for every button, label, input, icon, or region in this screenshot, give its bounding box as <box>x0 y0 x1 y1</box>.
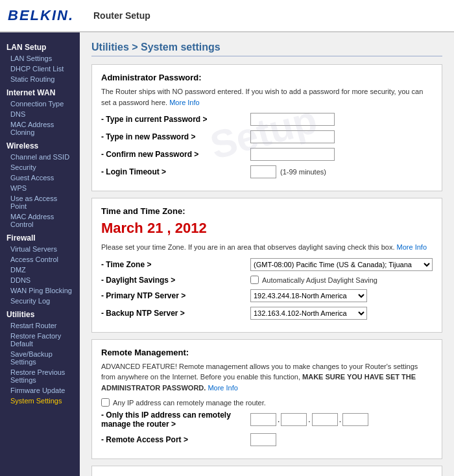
daylight-checkbox-label: Automatically Adjust Daylight Saving <box>262 276 377 284</box>
time-zone-section: Time and Time Zone: March 21 , 2012 Plea… <box>91 198 442 333</box>
remote-management-desc: ADVANCED FEATURE! Remote management allo… <box>101 361 433 394</box>
admin-password-desc: The Router ships with NO password entere… <box>101 86 433 108</box>
admin-password-section: Administrator Password: The Router ships… <box>91 64 442 191</box>
sidebar-item-firmware-update[interactable]: Firmware Update <box>0 385 80 396</box>
sidebar-item-dhcp-client-list[interactable]: DHCP Client List <box>0 64 80 74</box>
sidebar-item-dns[interactable]: DNS <box>0 109 80 119</box>
sidebar-section-lan-setup: LAN Setup <box>0 39 80 53</box>
primary-ntp-select[interactable]: 192.43.244.18-North America <box>250 289 367 302</box>
main-content: Setup Utilities > System settings Admini… <box>80 32 454 476</box>
sidebar-section-firewall: Firewall <box>0 230 80 244</box>
any-ip-label: Any IP address can remotely manage the r… <box>113 399 266 407</box>
daylight-row: - Daylight Savings > Automatically Adjus… <box>101 276 433 285</box>
upnp-section: UPnP Enabling: ADVANCED FEATURE! Allows … <box>91 466 442 476</box>
any-ip-row: Any IP address can remotely manage the r… <box>101 398 433 407</box>
admin-password-title: Administrator Password: <box>101 73 433 82</box>
sidebar-item-ddns[interactable]: DDNS <box>0 275 80 285</box>
sidebar-item-mac-address-cloning[interactable]: MAC Address Cloning <box>0 119 80 137</box>
sidebar-section-utilities: Utilities <box>0 306 80 320</box>
ip-octet-4[interactable] <box>342 413 368 426</box>
timezone-select[interactable]: (GMT-08:00) Pacific Time (US & Canada); … <box>250 258 433 271</box>
current-password-row: - Type in current Password > <box>101 113 433 126</box>
confirm-password-row: - Confirm new Password > <box>101 148 433 161</box>
sidebar-item-lan-settings[interactable]: LAN Settings <box>0 53 80 64</box>
sidebar-item-security-log[interactable]: Security Log <box>0 296 80 306</box>
new-password-row: - Type in new Password > <box>101 130 433 143</box>
backup-ntp-row: - Backup NTP Server > 132.163.4.102-Nort… <box>101 307 433 320</box>
confirm-password-input[interactable] <box>250 148 335 161</box>
sidebar-item-static-routing[interactable]: Static Routing <box>0 74 80 84</box>
sidebar-item-use-as-access-point[interactable]: Use as Access Point <box>0 193 80 211</box>
time-zone-title: Time and Time Zone: <box>101 206 433 216</box>
access-port-row: - Remote Access Port > <box>101 433 433 446</box>
time-zone-desc: Please set your time Zone. If you are in… <box>101 242 433 253</box>
sidebar-item-guest-access[interactable]: Guest Access <box>0 173 80 183</box>
new-password-label: - Type in new Password > <box>101 132 250 141</box>
sidebar-item-dmz[interactable]: DMZ <box>0 265 80 275</box>
admin-more-info-link[interactable]: More Info <box>169 99 199 106</box>
ip-octet-3[interactable] <box>312 413 338 426</box>
sidebar-item-connection-type[interactable]: Connection Type <box>0 99 80 109</box>
only-ip-inputs: . . . <box>250 413 368 426</box>
sidebar-item-wan-ping-blocking[interactable]: WAN Ping Blocking <box>0 285 80 296</box>
sidebar-item-mac-address-control[interactable]: MAC Address Control <box>0 211 80 230</box>
time-zone-more-info-link[interactable]: More Info <box>397 243 427 251</box>
remote-management-more-info-link[interactable]: More Info <box>208 384 237 392</box>
sidebar-item-channel-and-ssid[interactable]: Channel and SSID <box>0 152 80 162</box>
page-title: Utilities > System settings <box>91 42 442 56</box>
backup-ntp-select[interactable]: 132.163.4.102-North America <box>250 307 367 320</box>
sidebar-item-access-control[interactable]: Access Control <box>0 254 80 265</box>
login-timeout-suffix: (1-99 minutes) <box>280 168 326 176</box>
sidebar-item-restore-factory-default[interactable]: Restore Factory Default <box>0 331 80 349</box>
access-port-input[interactable] <box>250 433 276 446</box>
ip-octet-2[interactable] <box>281 413 307 426</box>
sidebar-item-restore-previous-settings[interactable]: Restore Previous Settings <box>0 367 80 385</box>
primary-ntp-row: - Primary NTP Server > 192.43.244.18-Nor… <box>101 289 433 302</box>
primary-ntp-label: - Primary NTP Server > <box>101 291 250 300</box>
current-password-input[interactable] <box>250 113 335 126</box>
sidebar-item-system-settings[interactable]: System Settings <box>0 396 80 406</box>
daylight-label: - Daylight Savings > <box>101 276 250 285</box>
date-display: March 21 , 2012 <box>101 220 433 237</box>
backup-ntp-label: - Backup NTP Server > <box>101 309 250 318</box>
remote-management-section: Remote Management: ADVANCED FEATURE! Rem… <box>91 339 442 460</box>
login-timeout-input[interactable] <box>250 165 276 178</box>
sidebar-section-internet-wan: Internet WAN <box>0 84 80 99</box>
login-timeout-label: - Login Timeout > <box>101 167 250 176</box>
sidebar-item-wps[interactable]: WPS <box>0 183 80 193</box>
timezone-label: - Time Zone > <box>101 260 250 269</box>
sidebar-item-virtual-servers[interactable]: Virtual Servers <box>0 244 80 254</box>
header-title: Router Setup <box>93 10 150 21</box>
only-ip-label: - Only this IP address can remotely mana… <box>101 411 250 429</box>
sidebar-section-wireless: Wireless <box>0 137 80 152</box>
confirm-password-label: - Confirm new Password > <box>101 150 250 159</box>
sidebar: LAN SetupLAN SettingsDHCP Client ListSta… <box>0 32 80 476</box>
remote-management-title: Remote Management: <box>101 348 433 357</box>
sidebar-item-security[interactable]: Security <box>0 162 80 173</box>
any-ip-checkbox[interactable] <box>101 398 110 407</box>
timezone-row: - Time Zone > (GMT-08:00) Pacific Time (… <box>101 258 433 271</box>
sidebar-item-restart-router[interactable]: Restart Router <box>0 320 80 331</box>
current-password-label: - Type in current Password > <box>101 115 250 124</box>
sidebar-item-save/backup-settings[interactable]: Save/Backup Settings <box>0 349 80 367</box>
daylight-checkbox[interactable] <box>250 276 259 284</box>
ip-octet-1[interactable] <box>250 413 276 426</box>
login-timeout-row: - Login Timeout > (1-99 minutes) <box>101 165 433 178</box>
access-port-label: - Remote Access Port > <box>101 435 250 444</box>
belkin-logo: BELKIN. <box>8 7 74 24</box>
new-password-input[interactable] <box>250 130 335 143</box>
only-ip-row: - Only this IP address can remotely mana… <box>101 411 433 429</box>
